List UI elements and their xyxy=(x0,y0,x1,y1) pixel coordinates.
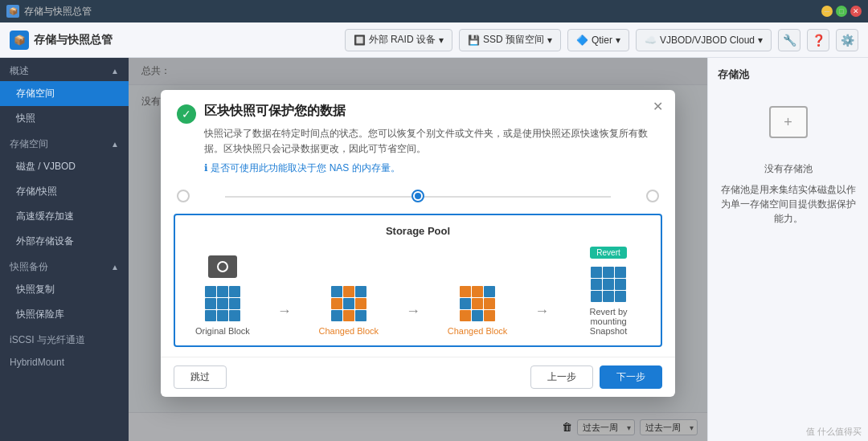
modal-header: ✓ 区块快照可保护您的数据 快照记录了数据在特定时间点的状态。您可以恢复个别文件… xyxy=(161,90,675,182)
chevron-down-icon-3: ▾ xyxy=(616,35,620,46)
logo-text: 存储与快照总管 xyxy=(34,33,113,47)
sidebar-section-storage: 存储空间 ▲ xyxy=(0,131,129,154)
modal-close-button[interactable]: ✕ xyxy=(649,98,665,114)
raid-icon: 🔲 xyxy=(354,35,366,46)
original-block-item: Original Block xyxy=(195,255,250,336)
sidebar: 概述 ▲ 存储空间 快照 存储空间 ▲ 磁盘 / VJBOD 存储/快照 高速缓… xyxy=(0,58,129,441)
title-bar: 📦 存储与快照总管 ─ □ ✕ xyxy=(0,0,868,22)
no-pool-label: 没有存储池 xyxy=(718,162,858,176)
changed-block-2-item: Changed Block xyxy=(448,286,508,336)
footer-nav-buttons: 上一步 下一步 xyxy=(530,365,662,389)
minimize-button[interactable]: ─ xyxy=(821,6,833,17)
chevron-down-icon-4: ▾ xyxy=(758,35,763,46)
changed-block-1-item: Changed Block xyxy=(318,286,379,336)
title-bar-title: 存储与快照总管 xyxy=(24,5,821,18)
plus-icon: + xyxy=(784,114,792,131)
modal-description: 快照记录了数据在特定时间点的状态。您可以恢复个别文件或文件夹，或是使用快照还原快… xyxy=(204,126,659,157)
modal-dialog: ✕ ✓ 区块快照可保护您的数据 快照记录了数据在特定时间点的状态。您可以恢复个别… xyxy=(161,90,675,397)
original-block-label: Original Block xyxy=(195,326,250,336)
step-dot-1 xyxy=(177,190,190,202)
right-panel-title: 存储池 xyxy=(718,67,858,82)
step-indicators xyxy=(161,182,675,210)
sidebar-item-snapshot[interactable]: 快照 xyxy=(0,106,129,131)
sidebar-item-snapshot-vault[interactable]: 快照保险库 xyxy=(0,302,129,327)
sidebar-item-iscsi[interactable]: iSCSI 与光纤通道 xyxy=(0,327,129,350)
watermark: 值 什么值得买 xyxy=(806,426,862,438)
next-button[interactable]: 下一步 xyxy=(600,365,662,389)
modal-title: 区块快照可保护您的数据 xyxy=(204,103,659,120)
modal-footer: 跳过 上一步 下一步 xyxy=(161,357,675,397)
changed-block-1-icon xyxy=(331,286,366,321)
maximize-button[interactable]: □ xyxy=(836,6,847,17)
changed-block-2-label: Changed Block xyxy=(448,326,508,336)
right-panel: 存储池 + 没有存储池 存储池是用来集结实体磁盘以作为单一存储空间目提供数据保护… xyxy=(707,58,868,441)
app-icon: 📦 xyxy=(6,5,19,18)
modal-overlay: ✕ ✓ 区块快照可保护您的数据 快照记录了数据在特定时间点的状态。您可以恢复个别… xyxy=(129,58,707,441)
qtier-icon: 🔷 xyxy=(576,35,588,46)
app-logo: 📦 存储与快照总管 xyxy=(10,31,113,50)
sidebar-item-external[interactable]: 外部存储设备 xyxy=(0,229,129,254)
vjbod-button[interactable]: ☁️ VJBOD/VJBOD Cloud ▾ xyxy=(636,29,772,51)
diagram-area: Storage Pool xyxy=(174,214,662,347)
revert-btn-diagram: Revert xyxy=(590,247,626,259)
content-area: 总共： 没有存储 🗑 过去一周 过去一月 全部 过去一周 ✕ xyxy=(129,58,707,441)
sidebar-item-snapshot-copy[interactable]: 快照复制 xyxy=(0,277,129,302)
chevron-down-icon: ▾ xyxy=(439,35,444,46)
arrow-2: → xyxy=(406,303,420,320)
ssd-button[interactable]: 💾 SSD 预留空间 ▾ xyxy=(459,29,561,51)
chevron-icon-2: ▲ xyxy=(111,140,119,149)
toolbar: 📦 存储与快照总管 🔲 外部 RAID 设备 ▾ 💾 SSD 预留空间 ▾ 🔷 … xyxy=(0,22,868,58)
sidebar-section-overview: 概述 ▲ xyxy=(0,58,129,81)
gear-icon-btn[interactable]: ⚙️ xyxy=(836,29,858,51)
skip-button[interactable]: 跳过 xyxy=(174,365,227,389)
changed-block-1-label: Changed Block xyxy=(318,326,379,336)
sidebar-item-storage-snapshot[interactable]: 存储/快照 xyxy=(0,179,129,204)
revert-block-label: Revert by mounting Snapshot xyxy=(576,307,641,336)
step-dot-2 xyxy=(411,190,424,202)
sidebar-item-disk-vjbod[interactable]: 磁盘 / VJBOD xyxy=(0,154,129,179)
raid-button[interactable]: 🔲 外部 RAID 设备 ▾ xyxy=(345,29,452,51)
qtier-button[interactable]: 🔷 Qtier ▾ xyxy=(567,29,629,51)
chevron-icon: ▲ xyxy=(111,67,119,76)
arrow-1: → xyxy=(277,303,292,320)
pool-cylinder: + xyxy=(769,106,808,138)
check-icon: ✓ xyxy=(177,104,196,124)
chevron-down-icon-2: ▾ xyxy=(547,35,552,46)
modal-header-content: 区块快照可保护您的数据 快照记录了数据在特定时间点的状态。您可以恢复个别文件或文… xyxy=(204,103,659,175)
diagram-blocks: Original Block → xyxy=(185,247,651,336)
diagram-title: Storage Pool xyxy=(185,225,651,237)
no-pool-icon: + xyxy=(764,98,813,146)
arrow-3: → xyxy=(534,303,549,320)
logo-icon: 📦 xyxy=(10,31,29,50)
no-pool-desc: 存储池是用来集结实体磁盘以作为单一存储空间目提供数据保护能力。 xyxy=(718,182,858,226)
close-button[interactable]: ✕ xyxy=(850,6,862,17)
settings-icon-btn[interactable]: 🔧 xyxy=(778,29,800,51)
revert-block-icon xyxy=(591,267,626,302)
original-block-icon xyxy=(205,286,240,321)
chevron-icon-3: ▲ xyxy=(111,263,119,272)
sidebar-item-hybrid[interactable]: HybridMount xyxy=(0,350,129,371)
window-controls: ─ □ ✕ xyxy=(821,6,862,17)
snapshot-camera-icon xyxy=(208,255,237,278)
modal-link[interactable]: ℹ 是否可使用此功能取决于您 NAS 的内存量。 xyxy=(204,161,659,175)
cloud-icon: ☁️ xyxy=(645,35,657,46)
help-icon-btn[interactable]: ❓ xyxy=(807,29,829,51)
prev-button[interactable]: 上一步 xyxy=(530,365,593,389)
revert-block-item: Revert xyxy=(576,247,641,336)
main-layout: 概述 ▲ 存储空间 快照 存储空间 ▲ 磁盘 / VJBOD 存储/快照 高速缓… xyxy=(0,58,868,441)
sidebar-item-cache[interactable]: 高速缓存加速 xyxy=(0,204,129,229)
sidebar-item-storage-space[interactable]: 存储空间 xyxy=(0,81,129,106)
step-dot-3 xyxy=(646,190,659,202)
ssd-icon: 💾 xyxy=(468,35,480,46)
changed-block-2-icon xyxy=(460,286,495,321)
sidebar-section-backup: 快照备份 ▲ xyxy=(0,254,129,277)
